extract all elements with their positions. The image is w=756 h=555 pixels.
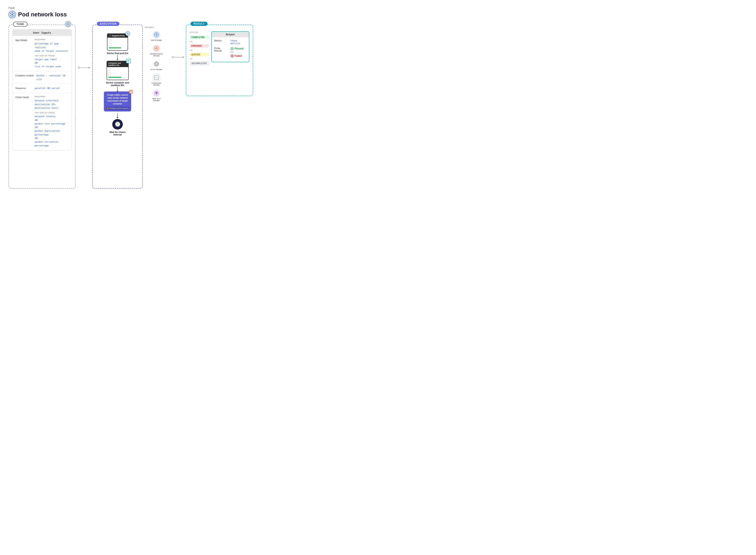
user-inputs-header: User Inputs [12,30,72,36]
result-badge: RESULT [190,22,208,26]
srm-probe-label: SRM SLOPROBE [152,98,161,101]
any-one-label-1: ANY ONE OF THESE [35,55,69,57]
svg-point-1 [11,14,13,15]
prometheus-probe-item: 🔥 PROMETHEUSPROBE [145,45,168,57]
privilege-badge: Privilege access required [106,106,129,110]
svg-point-38 [154,62,159,66]
prometheus-probe-icon: 🔥 [152,45,160,52]
sequence-label: Sequence [15,86,32,89]
page-title: Pod network loss [18,11,67,18]
svg-text:>_: >_ [155,77,157,78]
list-target-pods: list of target pods [35,65,69,69]
container-runtime-section: Container runtime docker , container ID … [12,71,72,84]
privilege-text: Privilege access required [109,107,128,110]
probe-results-row: ProbeResults Passed OR [214,47,247,58]
status-incompleted: INCOMPLETED [190,61,209,66]
passed-badge: Passed [230,47,243,50]
execution-section: EXECUTION Targeted Pods [92,25,143,189]
or-1: OR [35,61,69,65]
tune-section: TUNE User Inputs App Details [8,25,76,189]
status-completed: COMPLETED [190,36,209,39]
http-probe-icon [152,60,160,68]
failed-badge: Failed [230,54,243,58]
sequence-section: Sequence parallel OR serial [12,84,72,93]
srm-probe-icon: 💜 [152,89,160,97]
tune-k8s-icon [65,21,71,28]
http-probe-label: HTTP PROBE [150,69,162,71]
k8s-probe-item: K8S PROBE [145,31,168,41]
sequence-value: parallel OR serial [35,86,69,90]
or-completed: OR [190,41,209,43]
arrow-down-1 [117,55,118,59]
metrics-value: chaos metrics [230,39,247,45]
svg-text:🔥: 🔥 [155,47,158,50]
any-one-label-2: ANY ONE OF THESE [35,112,69,114]
targeted-pods-k8s-icon [126,31,130,37]
targeted-pods-title: Targeted Pods [112,35,125,37]
or-3: OR [35,126,69,129]
create-traffic-icon [129,90,133,94]
status-errored: ERRORED [190,44,209,48]
http-probe-item: HTTP PROBE [145,60,168,71]
create-traffic-card: Create traffic control rules inside netw… [104,91,131,112]
app-details-section: App Details REQUIRED percentage of app r… [12,36,72,71]
failed-text: Failed [235,54,242,57]
name-target-container: name of target container [35,49,69,53]
container-sandbox-icon [126,59,131,64]
tune-badge: TUNE [13,22,28,27]
or-4: OR [35,137,69,140]
arrow-tune-to-exec [76,67,92,69]
or-2: OR [35,119,69,122]
network-interface: network interface [35,99,69,102]
arrow-down-3 [117,113,118,117]
docker-container: docker , container ID [36,74,69,78]
probe-result-values: Passed OR Failed [230,47,243,58]
svg-text:💜: 💜 [155,92,158,94]
svg-point-17 [109,36,110,36]
arrow-probes-to-result [170,56,186,58]
svg-point-9 [68,24,69,25]
derive-container-label: Derive container andsandbox IDs [106,81,129,86]
command-probe-label: COMMANDPROBE [151,82,161,86]
target-app-label: target app label [35,58,69,61]
command-probe-icon: >_ [152,74,160,81]
container-sandbox-header: Container and sandbox IDs [107,61,128,67]
wait-chaos-label: Wait for ChaosInterval [109,131,126,136]
result-section: RESULT STATUS COMPLETED OR ERRORED OR QU… [186,25,253,96]
metrics-label: Metrics [214,39,228,42]
kubernetes-icon [8,11,16,18]
or-queued: OR [190,58,209,60]
probe-or: OR [230,51,243,53]
container-runtime-label: Container runtime [15,74,34,77]
command-probe-item: >_ COMMANDPROBE [145,74,168,86]
svg-point-19 [127,33,128,34]
probe-results-label: ProbeResults [214,47,228,52]
fault-label: Fault [8,6,748,9]
result-status-column: STATUS COMPLETED OR ERRORED OR QUEUED OR… [190,31,209,66]
crio: crio [36,78,69,81]
wait-chaos-icon: 🕐 [112,119,123,130]
create-traffic-label: Create traffic control rules inside netw… [107,94,128,105]
destination-hosts: destination hosts [35,106,69,110]
container-sandbox-card: Container and sandbox IDs [106,61,129,80]
svg-point-29 [156,34,157,35]
targeted-pods-header: Targeted Pods [107,34,128,38]
required-label-2: REQUIRED [35,95,69,97]
probes-label: PROBES [145,26,154,29]
srm-probe-item: 💜 SRM SLOPROBE [145,89,168,101]
network-latency: network latency [35,115,69,118]
app-details-label: App Details [15,39,32,41]
k8s-probe-label: K8S PROBE [151,39,162,41]
output-box: Output Metrics chaos metrics ProbeResult… [211,31,249,62]
status-queued: QUEUED [190,53,209,56]
destination-ips: destination IPs [35,102,69,106]
execution-flow: Targeted Pods [96,29,139,136]
output-body: Metrics chaos metrics ProbeResults Pas [212,37,249,62]
arrow-down-2 [117,87,118,91]
chaos-inputs-section: Chaos Inputs REQUIRED network interface … [12,93,72,150]
status-label: STATUS [190,31,209,34]
k8s-probe-icon [152,31,160,39]
percentage-replicas: percentage of app replicas [35,42,69,49]
metrics-row: Metrics chaos metrics [214,39,247,45]
execution-badge: EXECUTION [97,22,120,26]
